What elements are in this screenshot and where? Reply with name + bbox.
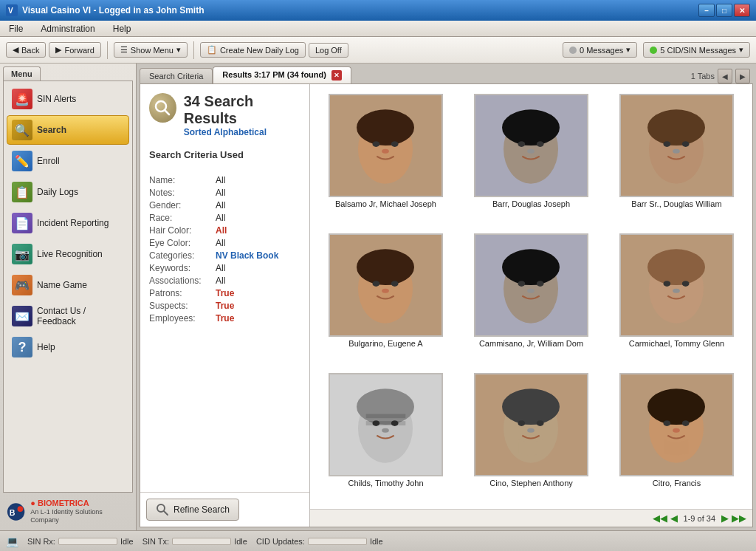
last-page-button[interactable]: ▶▶	[732, 513, 746, 524]
criteria-label: Gender:	[149, 200, 216, 211]
person-card[interactable]: Cammisano, Jr, William Dom	[460, 228, 602, 365]
app-icon: V	[6, 4, 18, 16]
menu-help[interactable]: Help	[110, 22, 134, 35]
help-icon: ?	[12, 337, 32, 357]
criteria-label: Suspects:	[149, 301, 216, 311]
tabs-next-button[interactable]: ▶	[735, 69, 750, 83]
refine-search-button[interactable]: Refine Search	[146, 499, 239, 521]
biometrica-logo-text: ● BIOMETRICA An L-1 Identity Solutions C…	[30, 499, 130, 524]
svg-line-6	[165, 110, 169, 114]
svg-point-37	[537, 281, 544, 287]
svg-point-23	[647, 109, 705, 146]
results-count-block: 34 Search Results Sorted Alphabetical	[184, 93, 300, 146]
svg-point-36	[518, 281, 525, 287]
person-photo	[329, 373, 443, 476]
person-name: Carmichael, Tommy Glenn	[629, 339, 724, 348]
person-name: Cino, Stephen Anthony	[489, 479, 573, 487]
tab-search-criteria[interactable]: Search Criteria	[140, 68, 213, 83]
toolbar: ◀ Back ▶ Forward ☰ Show Menu ▾ 📋 Create …	[0, 37, 756, 64]
first-page-button[interactable]: ◀◀	[653, 513, 667, 524]
svg-rect-52	[366, 421, 406, 425]
sin-rx-item: SIN Rx: Idle	[27, 537, 134, 546]
cid-indicator	[650, 47, 657, 54]
person-name: Barr Sr., Douglas William	[631, 199, 721, 208]
forward-button[interactable]: ▶ Forward	[49, 42, 100, 58]
tab-close-button[interactable]: ✕	[331, 70, 342, 81]
logoff-button[interactable]: Log Off	[309, 43, 348, 58]
close-button[interactable]: ✕	[734, 4, 750, 17]
svg-point-61	[647, 389, 705, 425]
sidebar-item-name-game[interactable]: 🎮 Name Game	[7, 270, 129, 300]
sidebar-item-sin-alerts[interactable]: 🚨 SIN Alerts	[7, 84, 129, 114]
person-card[interactable]: Childs, Timothy John	[315, 368, 457, 504]
svg-point-58	[527, 428, 535, 433]
criteria-value: All	[216, 263, 225, 273]
tabs-prev-button[interactable]: ◀	[718, 69, 732, 83]
person-card[interactable]: Barr Sr., Douglas William	[605, 89, 748, 225]
incident-label: Incident Reporting	[37, 218, 109, 228]
criteria-row: Gender:All	[149, 200, 300, 211]
criteria-row: Employees:True	[149, 313, 300, 324]
next-page-button[interactable]: ▶	[721, 513, 729, 524]
sin-alerts-label: SIN Alerts	[37, 94, 76, 104]
sidebar-item-contact-us[interactable]: ✉️ Contact Us / Feedback	[7, 301, 129, 331]
criteria-value: All	[216, 225, 227, 236]
show-menu-button[interactable]: ☰ Show Menu ▾	[114, 42, 188, 58]
person-card[interactable]: Carmichael, Tommy Glenn	[605, 228, 748, 365]
sidebar-item-incident-reporting[interactable]: 📄 Incident Reporting	[7, 208, 129, 238]
results-count: 34 Search Results	[184, 93, 300, 127]
sidebar-item-live-recognition[interactable]: 📷 Live Recognition	[7, 239, 129, 269]
minimize-button[interactable]: –	[698, 4, 715, 17]
svg-point-35	[502, 249, 560, 285]
messages-label: 0 Messages	[580, 46, 623, 55]
cid-button[interactable]: 5 CID/SIN Messages ▾	[643, 42, 750, 58]
menu-file[interactable]: File	[6, 22, 26, 35]
results-grid: Balsamo Jr, Michael Joseph Barr, Douglas…	[310, 84, 752, 509]
criteria-label: Employees:	[149, 313, 216, 324]
maximize-button[interactable]: □	[716, 4, 732, 17]
svg-point-41	[647, 249, 705, 285]
svg-point-13	[391, 141, 399, 147]
page-info: 1-9 of 34	[684, 514, 715, 523]
svg-point-62	[663, 420, 670, 426]
messages-dropdown-icon: ▾	[626, 45, 630, 55]
criteria-list: Name:AllNotes:AllGender:AllRace:AllHair …	[140, 175, 309, 324]
criteria-label: Race:	[149, 213, 216, 223]
person-card[interactable]: Cino, Stephen Anthony	[460, 368, 602, 504]
svg-point-11	[357, 109, 414, 146]
sidebar-item-enroll[interactable]: ✏️ Enroll	[7, 146, 129, 176]
person-photo	[619, 233, 734, 337]
person-card[interactable]: Citro, Francis	[605, 368, 748, 504]
tab-results[interactable]: Results 3:17 PM (34 found) ✕	[213, 66, 351, 83]
results-pane: Balsamo Jr, Michael Joseph Barr, Douglas…	[310, 84, 752, 527]
person-name: Childs, Timothy John	[348, 479, 423, 487]
sin-rx-bar	[58, 538, 117, 545]
criteria-value: All	[216, 213, 225, 223]
person-name: Barr, Douglas Joseph	[492, 199, 570, 208]
svg-point-26	[673, 149, 680, 154]
separator-2	[193, 41, 194, 59]
criteria-label: Hair Color:	[149, 225, 216, 236]
person-photo	[619, 373, 734, 476]
back-icon: ◀	[13, 45, 18, 55]
sidebar-item-help[interactable]: ? Help	[7, 332, 129, 362]
prev-page-button[interactable]: ◀	[670, 513, 678, 524]
back-button[interactable]: ◀ Back	[6, 42, 46, 58]
criteria-row: Suspects:True	[149, 301, 300, 311]
incident-icon: 📄	[12, 213, 32, 233]
sidebar-item-search[interactable]: 🔍 Search	[7, 115, 129, 145]
person-card[interactable]: Balsamo Jr, Michael Joseph	[315, 89, 457, 225]
criteria-row: Patrons:True	[149, 288, 300, 298]
menu-adminstration[interactable]: Adminstration	[38, 22, 97, 35]
create-log-button[interactable]: 📋 Create New Daily Log	[200, 42, 306, 58]
person-photo	[329, 233, 443, 337]
criteria-value: NV Black Book	[216, 250, 278, 261]
person-card[interactable]: Barr, Douglas Joseph	[460, 89, 602, 225]
person-name: Citro, Francis	[653, 479, 701, 487]
person-photo	[474, 233, 588, 337]
person-card[interactable]: Bulgarino, Eugene A	[315, 228, 457, 365]
results-search-icon	[149, 93, 176, 123]
sidebar-item-daily-logs[interactable]: 📋 Daily Logs	[7, 177, 129, 207]
person-name: Bulgarino, Eugene A	[348, 339, 422, 348]
messages-button[interactable]: 0 Messages ▾	[563, 42, 637, 58]
